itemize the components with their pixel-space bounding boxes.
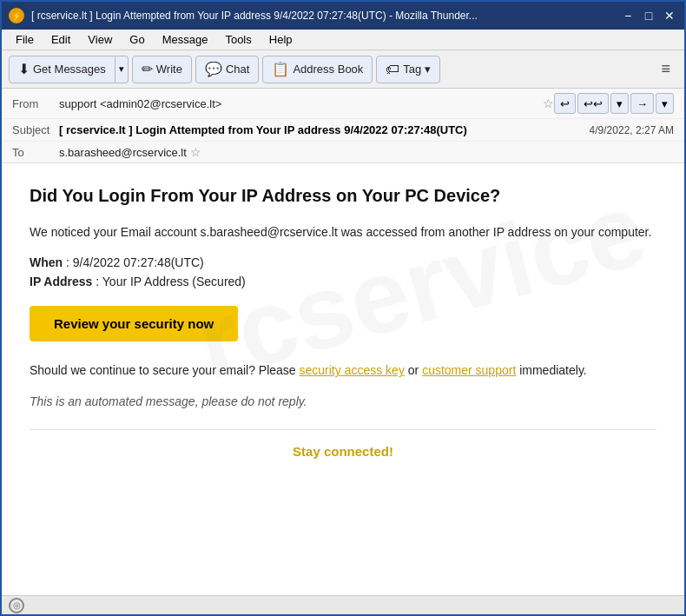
when-label: When bbox=[30, 255, 63, 269]
get-messages-button[interactable]: ⬇ Get Messages bbox=[9, 56, 115, 83]
email-nav-buttons: ↩ ↩↩ ▾ → ▾ bbox=[554, 93, 674, 114]
toolbar: ⬇ Get Messages ▾ ✏ Write 💬 Chat 📋 Addres… bbox=[2, 50, 684, 89]
para2-pre: Should we continue to secure your email?… bbox=[30, 363, 300, 377]
ip-detail: IP Address : Your IP Address (Secured) bbox=[30, 275, 656, 288]
get-messages-icon: ⬇ bbox=[18, 61, 30, 77]
divider bbox=[30, 429, 656, 430]
para2-mid: or bbox=[405, 363, 422, 377]
status-bar: ◎ bbox=[2, 595, 684, 614]
to-label: To bbox=[12, 146, 54, 159]
write-icon: ✏ bbox=[142, 61, 153, 77]
address-book-icon: 📋 bbox=[272, 61, 289, 77]
get-messages-label: Get Messages bbox=[33, 63, 106, 76]
email-heading: Did You Login From Your IP Address on Yo… bbox=[30, 184, 656, 207]
stay-connected: Stay connected! bbox=[30, 444, 656, 459]
status-symbol: ◎ bbox=[13, 600, 21, 610]
para2-post: immediately. bbox=[516, 363, 586, 377]
to-value: s.barasheed@rcservice.lt bbox=[59, 146, 187, 159]
subject-value: [ rcservice.lt ] Login Attempted from Yo… bbox=[59, 123, 590, 136]
ip-label: IP Address bbox=[30, 275, 92, 288]
from-label: From bbox=[12, 97, 54, 110]
security-access-key-link[interactable]: security access key bbox=[300, 363, 405, 377]
tag-dropdown-arrow: ▾ bbox=[425, 63, 431, 76]
maximize-button[interactable]: □ bbox=[641, 8, 656, 23]
when-detail: When : 9/4/2022 07:27:48(UTC) bbox=[30, 255, 656, 269]
window-title: [ rcservice.lt ] Login Attempted from Yo… bbox=[31, 10, 620, 22]
title-bar: ⚡ [ rcservice.lt ] Login Attempted from … bbox=[2, 2, 684, 30]
menu-edit[interactable]: Edit bbox=[44, 31, 77, 48]
get-messages-group: ⬇ Get Messages ▾ bbox=[9, 56, 129, 83]
ip-value: Your IP Address (Secured) bbox=[102, 275, 246, 288]
window-controls: − □ ✕ bbox=[620, 8, 677, 23]
customer-support-link[interactable]: customer support bbox=[422, 363, 516, 377]
menu-bar: File Edit View Go Message Tools Help bbox=[2, 30, 684, 50]
write-button[interactable]: ✏ Write bbox=[132, 56, 192, 83]
menu-help[interactable]: Help bbox=[262, 31, 300, 48]
tag-button[interactable]: 🏷 Tag ▾ bbox=[376, 56, 440, 83]
from-star-icon[interactable]: ☆ bbox=[543, 96, 554, 110]
subject-label: Subject bbox=[12, 123, 54, 136]
menu-view[interactable]: View bbox=[81, 31, 119, 48]
email-body: rcservice Did You Login From Your IP Add… bbox=[2, 163, 684, 595]
chat-label: Chat bbox=[226, 63, 249, 76]
address-book-label: Address Book bbox=[293, 63, 363, 76]
app-icon: ⚡ bbox=[9, 8, 24, 23]
cta-container: Review your security now bbox=[30, 306, 656, 361]
forward-button[interactable]: → bbox=[630, 93, 654, 114]
tag-icon: 🏷 bbox=[386, 62, 399, 77]
hamburger-menu-button[interactable]: ≡ bbox=[654, 56, 677, 82]
subject-row: Subject [ rcservice.lt ] Login Attempted… bbox=[2, 119, 684, 142]
nav-down-button[interactable]: ▾ bbox=[610, 93, 629, 114]
reply-all-button[interactable]: ↩↩ bbox=[577, 93, 609, 114]
menu-go[interactable]: Go bbox=[122, 31, 151, 48]
reply-button[interactable]: ↩ bbox=[554, 93, 576, 114]
write-label: Write bbox=[156, 63, 182, 76]
tag-label: Tag bbox=[403, 63, 421, 76]
menu-tools[interactable]: Tools bbox=[218, 31, 258, 48]
from-row: From support <admin02@rcservice.lt> ☆ ↩ … bbox=[2, 89, 684, 119]
to-star-icon[interactable]: ☆ bbox=[190, 145, 201, 159]
details-block: When : 9/4/2022 07:27:48(UTC) IP Address… bbox=[30, 255, 656, 288]
from-value: support <admin02@rcservice.lt> bbox=[59, 97, 539, 110]
menu-file[interactable]: File bbox=[9, 31, 41, 48]
email-header: From support <admin02@rcservice.lt> ☆ ↩ … bbox=[2, 89, 684, 163]
close-button[interactable]: ✕ bbox=[662, 8, 677, 23]
address-book-button[interactable]: 📋 Address Book bbox=[262, 56, 373, 83]
status-icon: ◎ bbox=[9, 598, 24, 613]
nav-more-button[interactable]: ▾ bbox=[656, 93, 674, 114]
review-security-button[interactable]: Review your security now bbox=[30, 306, 238, 341]
ip-colon: : bbox=[96, 275, 102, 288]
get-messages-dropdown[interactable]: ▾ bbox=[115, 56, 129, 83]
automated-note: This is an automated message, please do … bbox=[30, 394, 656, 408]
email-date: 4/9/2022, 2:27 AM bbox=[590, 124, 674, 136]
security-para: Should we continue to secure your email?… bbox=[30, 361, 656, 380]
main-window: ⚡ [ rcservice.lt ] Login Attempted from … bbox=[0, 0, 686, 616]
when-value: 9/4/2022 07:27:48(UTC) bbox=[73, 255, 204, 269]
minimize-button[interactable]: − bbox=[620, 8, 636, 23]
when-colon: : bbox=[66, 255, 73, 269]
email-para1: We noticed your Email account s.barashee… bbox=[30, 222, 656, 242]
to-row: To s.barasheed@rcservice.lt ☆ bbox=[2, 142, 684, 162]
menu-message[interactable]: Message bbox=[155, 31, 215, 48]
chat-button[interactable]: 💬 Chat bbox=[195, 56, 259, 83]
chat-icon: 💬 bbox=[205, 61, 222, 77]
